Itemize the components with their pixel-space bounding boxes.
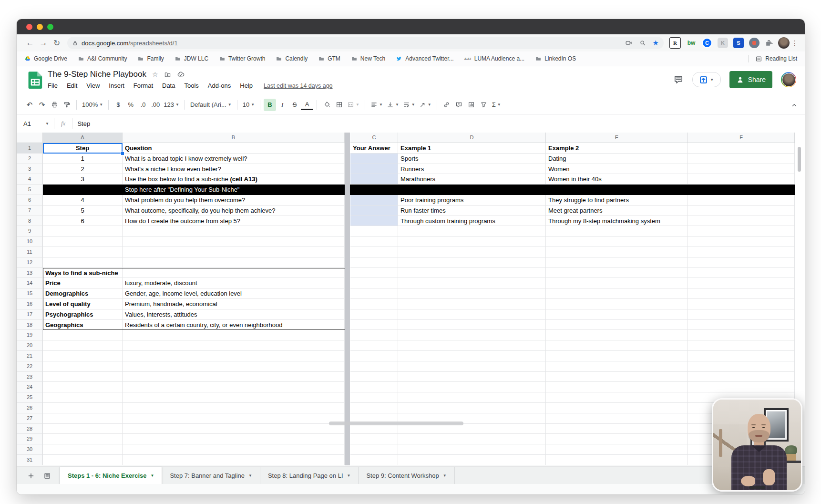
extensions-puzzle-icon[interactable] [765, 39, 773, 47]
cell-E18[interactable] [546, 320, 688, 330]
row-header-18[interactable]: 18 [17, 320, 43, 330]
formula-input[interactable]: Step [72, 120, 90, 127]
cell-D22[interactable] [398, 361, 546, 372]
cell-E26[interactable] [546, 403, 688, 413]
cell-B19[interactable] [123, 330, 345, 340]
cell-D17[interactable] [398, 309, 546, 320]
row-header-23[interactable]: 23 [17, 372, 43, 382]
vertical-scrollbar-thumb[interactable] [798, 147, 801, 172]
menu-data[interactable]: Data [162, 82, 175, 89]
font-size-select[interactable]: 10▼ [241, 99, 257, 111]
cell-F24[interactable] [688, 382, 795, 392]
cell-D31[interactable] [398, 455, 546, 465]
horizontal-align-button[interactable]: ▼ [369, 99, 385, 111]
cell-E31[interactable] [546, 455, 688, 465]
cell-F22[interactable] [688, 361, 795, 372]
name-box[interactable]: A1 ▼ [17, 120, 54, 127]
bookmark-item[interactable]: A&ILUMA Audience a... [464, 55, 524, 62]
cell-A2[interactable]: 1 [43, 154, 123, 164]
cell-F8[interactable] [688, 216, 795, 226]
cell-C23[interactable] [350, 372, 398, 382]
cell-A3[interactable]: 2 [43, 164, 123, 175]
cell-C13[interactable] [350, 268, 398, 278]
share-button[interactable]: Share [729, 71, 772, 88]
vertical-align-button[interactable]: ▼ [385, 99, 401, 111]
row-header-15[interactable]: 15 [17, 288, 43, 299]
cell-C6[interactable] [350, 195, 398, 206]
cell-D19[interactable] [398, 330, 546, 340]
minimize-window-button[interactable] [37, 24, 43, 30]
menu-view[interactable]: View [86, 82, 100, 89]
cell-C14[interactable] [350, 278, 398, 288]
cell-A26[interactable] [43, 403, 123, 413]
back-button[interactable]: ← [23, 38, 37, 48]
strikethrough-button[interactable]: S [288, 99, 301, 111]
cell-E11[interactable] [546, 247, 688, 257]
row-header-16[interactable]: 16 [17, 299, 43, 309]
row-header-22[interactable]: 22 [17, 361, 43, 372]
cell-B24[interactable] [123, 382, 345, 392]
cell-B11[interactable] [123, 247, 345, 257]
row-header-7[interactable]: 7 [17, 206, 43, 216]
menu-addons[interactable]: Add-ons [208, 82, 231, 89]
cell-F18[interactable] [688, 320, 795, 330]
cell-D8[interactable]: Through custom training programs [398, 216, 546, 226]
bold-button[interactable]: B [264, 99, 276, 111]
cell-E2[interactable]: Dating [546, 154, 688, 164]
cell-B5[interactable]: Stop here after "Defining Your Sub-Niche… [123, 185, 345, 195]
extension-s[interactable]: S [733, 38, 744, 48]
cell-C30[interactable] [350, 444, 398, 455]
cell-C17[interactable] [350, 309, 398, 320]
cell-C15[interactable] [350, 288, 398, 299]
cell-C19[interactable] [350, 330, 398, 340]
sheet-tab-3[interactable]: Step 8: Landing Page on LI▼ [260, 467, 359, 484]
cell-B29[interactable] [123, 434, 345, 444]
cell-E3[interactable]: Women [546, 164, 688, 175]
cell-D29[interactable] [398, 434, 546, 444]
cell-E1[interactable]: Example 2 [546, 143, 688, 154]
bookmark-item[interactable]: Google Drive [24, 55, 67, 62]
font-select[interactable]: Default (Ari...▼ [188, 99, 234, 111]
cell-C8[interactable] [350, 216, 398, 226]
cell-F13[interactable] [688, 268, 795, 278]
video-drag-handle[interactable] [749, 486, 765, 489]
row-header-3[interactable]: 3 [17, 164, 43, 175]
cell-F21[interactable] [688, 351, 795, 361]
cell-F3[interactable] [688, 164, 795, 175]
cell-C4[interactable] [350, 174, 398, 185]
menu-file[interactable]: File [48, 82, 58, 89]
cell-B31[interactable] [123, 455, 345, 465]
collapse-toolbar-button[interactable] [790, 101, 798, 109]
cell-D26[interactable] [398, 403, 546, 413]
row-header-24[interactable]: 24 [17, 382, 43, 392]
cell-D18[interactable] [398, 320, 546, 330]
cell-B26[interactable] [123, 403, 345, 413]
cell-B27[interactable] [123, 413, 345, 424]
cell-A11[interactable] [43, 247, 123, 257]
cell-C24[interactable] [350, 382, 398, 392]
cell-E23[interactable] [546, 372, 688, 382]
cell-B6[interactable]: What problem do you help them overcome? [123, 195, 345, 206]
cell-A25[interactable] [43, 392, 123, 403]
cell-B10[interactable] [123, 237, 345, 247]
row-header-1[interactable]: 1 [17, 143, 43, 154]
cell-C11[interactable] [350, 247, 398, 257]
cell-E28[interactable] [546, 424, 688, 434]
cell-B2[interactable]: What is a broad topic I know extremely w… [123, 154, 345, 164]
cell-C1[interactable]: Your Answer [350, 143, 398, 154]
cell-E19[interactable] [546, 330, 688, 340]
cell-F14[interactable] [688, 278, 795, 288]
menu-format[interactable]: Format [133, 82, 153, 89]
cell-D25[interactable] [398, 392, 546, 403]
cell-B21[interactable] [123, 351, 345, 361]
cell-F19[interactable] [688, 330, 795, 340]
fill-color-button[interactable] [320, 99, 333, 111]
cell-E17[interactable] [546, 309, 688, 320]
cell-A10[interactable] [43, 237, 123, 247]
cell-E9[interactable] [546, 226, 688, 237]
row-header-27[interactable]: 27 [17, 413, 43, 424]
browser-menu-kebab-icon[interactable]: ⋮ [791, 39, 798, 47]
cell-A1[interactable]: Step [43, 143, 123, 154]
reload-button[interactable]: ↻ [50, 38, 63, 48]
text-rotation-button[interactable]: ▼ [417, 99, 433, 111]
